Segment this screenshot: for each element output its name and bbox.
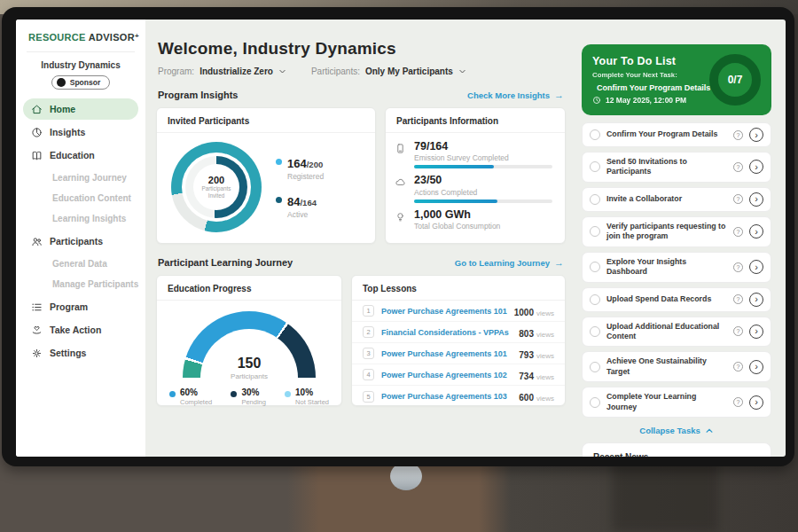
sidebar-item-insights[interactable]: Insights [23,121,138,143]
info-icon[interactable]: ? [733,194,743,204]
info-icon[interactable]: ? [733,294,743,304]
task-chevron-icon[interactable]: › [749,192,763,207]
todo-task[interactable]: Confirm Your Program Details ? › [582,122,771,147]
sidebar-nav: Home Insights Education Learning Journey… [16,98,145,364]
info-icon[interactable]: ? [733,397,743,407]
sidebar-item-program[interactable]: Program [23,296,138,317]
settings-icon [31,348,43,359]
org-name: Industry Dynamics [16,60,145,70]
insights-icon [31,127,43,138]
lesson-rank: 2 [363,326,374,338]
info-icon[interactable]: ? [733,326,743,336]
logo-advisor: ADVISOR [89,32,135,43]
task-chevron-icon[interactable]: › [749,395,763,410]
sidebar-item-label: Take Action [50,325,101,335]
sidebar-item-home[interactable]: Home [23,98,138,120]
task-chevron-icon[interactable]: › [749,160,763,174]
legend-item-not-started: 10%Not Started [285,387,329,406]
todo-task[interactable]: Explore Your Insights Dashboard ? › [582,252,771,283]
sponsor-badge[interactable]: Sponsor [51,75,110,90]
task-checkbox[interactable] [590,129,600,140]
legend-item-pending: 30%Pending [231,387,266,406]
legend-dot [276,159,282,165]
collapse-tasks-link[interactable]: Collapse Tasks [582,426,771,435]
section-heading: Program Insights [158,90,238,100]
task-checkbox[interactable] [590,226,600,237]
program-filter-value[interactable]: Industrialize Zero [200,66,273,76]
participants-icon [31,236,43,247]
check-more-insights-link[interactable]: Check More Insights → [467,90,564,100]
todo-next-task: Confirm Your Program Details [597,83,710,92]
todo-task[interactable]: Verify participants requesting to join t… [582,216,771,247]
lesson-row: 1 Power Purchase Agreements 101 1000view… [352,301,565,322]
lesson-link[interactable]: Financial Considerations - VPPAs [381,328,512,337]
sidebar-item-settings[interactable]: Settings [23,342,138,364]
todo-task[interactable]: Upload Spend Data Records ? › [582,287,771,312]
task-checkbox[interactable] [590,397,600,408]
consumption-icon [395,211,406,223]
section-heading: Participant Learning Journey [158,257,293,268]
todo-task-list: Confirm Your Program Details ? › Send 50… [582,122,771,418]
info-icon[interactable]: ? [733,130,743,140]
todo-due-date: 12 May 2025, 12:00 PM [606,96,686,105]
lesson-row: 3 Power Purchase Agreements 101 793views [352,343,565,364]
education-icon [31,150,43,161]
info-icon[interactable]: ? [733,162,743,172]
todo-task[interactable]: Complete Your Learning Journey ? › [582,387,771,418]
logo-resource: RESOURCE [28,32,86,43]
lesson-link[interactable]: Power Purchase Agreements 101 [381,307,507,316]
task-chevron-icon[interactable]: › [749,325,763,339]
task-checkbox[interactable] [590,194,600,205]
todo-task[interactable]: Invite a Collaborator ? › [582,187,771,212]
task-checkbox[interactable] [590,326,600,337]
info-icon[interactable]: ? [733,262,743,272]
sidebar-item-manage-participants[interactable]: Manage Participants [16,274,145,294]
main-content: Welcome, Industry Dynamics Program: Indu… [145,20,575,457]
education-progress-card: Education Progress 150 Participants 60%C… [156,275,342,406]
task-chevron-icon[interactable]: › [749,128,763,142]
todo-task[interactable]: Send 50 Invitations to Participants ? › [582,152,771,183]
sidebar-item-learning-journey[interactable]: Learning Journey [16,168,145,188]
todo-task[interactable]: Upload Additional Educational Content ? … [582,317,771,348]
learning-journey-header: Participant Learning Journey Go to Learn… [158,257,564,268]
sidebar-item-education-content[interactable]: Education Content [16,188,145,208]
recent-news-title: Recent News [593,452,760,457]
task-chevron-icon[interactable]: › [749,293,763,307]
card-title: Education Progress [157,276,341,301]
sidebar-item-label: Participants [50,236,103,246]
legend-dot [276,197,282,203]
metric-total-consumption: 1,000 GWh Total Global Consumption [395,208,552,233]
task-checkbox[interactable] [590,362,600,372]
survey-icon [395,143,406,154]
sidebar-item-education[interactable]: Education [23,145,138,166]
sidebar-item-participants[interactable]: Participants [23,231,138,252]
arrow-right-icon: → [554,257,564,268]
progress-fill [414,165,494,168]
task-checkbox[interactable] [590,294,600,305]
go-to-learning-journey-link[interactable]: Go to Learning Journey → [455,257,564,268]
task-checkbox[interactable] [590,262,600,272]
info-icon[interactable]: ? [733,227,743,237]
todo-task[interactable]: Achieve One Sustainability Target ? › [582,351,771,382]
sidebar-item-learning-insights[interactable]: Learning Insights [16,208,145,229]
link-label: Check More Insights [467,90,550,100]
info-icon[interactable]: ? [733,362,743,372]
education-gauge-chart: 150 Participants [183,311,316,380]
top-lessons-card: Top Lessons 1 Power Purchase Agreements … [351,275,566,406]
task-chevron-icon[interactable]: › [749,224,763,239]
task-checkbox[interactable] [590,161,600,172]
chevron-down-icon[interactable] [278,67,286,75]
task-chevron-icon[interactable]: › [749,260,763,274]
todo-panel: Your To Do List Complete Your Next Task:… [582,44,771,115]
sidebar-item-take-action[interactable]: Take Action [23,319,138,340]
lesson-link[interactable]: Power Purchase Agreements 102 [381,371,512,379]
participants-filter-value[interactable]: Only My Participants [365,66,453,76]
lesson-link[interactable]: Power Purchase Agreements 103 [381,392,512,401]
invited-legend: 164/200 Registered 84/164 Active [276,155,324,219]
chevron-down-icon[interactable] [458,67,466,75]
task-chevron-icon[interactable]: › [749,360,763,374]
sidebar-item-general-data[interactable]: General Data [16,254,145,274]
invited-participants-card: Invited Participants 200 Participants In… [156,107,376,244]
todo-column: Your To Do List Complete Your Next Task:… [582,44,771,457]
lesson-link[interactable]: Power Purchase Agreements 101 [381,349,512,358]
